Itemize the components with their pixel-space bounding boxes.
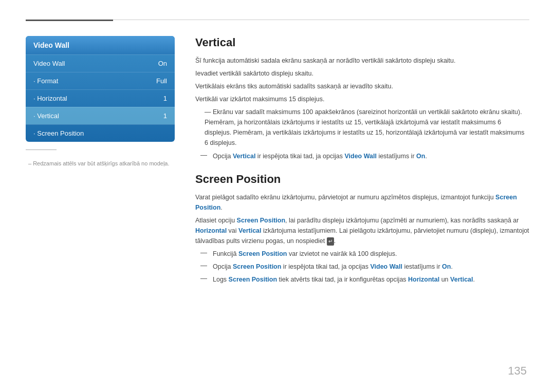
sidebar-item-format-label: · Format: [33, 77, 58, 85]
sidebar-note: – Redzamais attēls var būt atšķirīgs atk…: [26, 160, 175, 166]
sidebar-item-vertical-label: · Vertical: [33, 112, 59, 120]
vertical-note-text: Opcija Vertical ir iespējota tikai tad, …: [210, 151, 427, 161]
note3-dash: —: [200, 274, 207, 282]
sidebar-item-vertical[interactable]: · Vertical 1: [26, 107, 175, 124]
sidebar-item-videowall-value: On: [158, 60, 167, 67]
sidebar-item-horizontal[interactable]: · Horizontal 1: [26, 89, 175, 107]
sidebar-item-videowall-label: Video Wall: [33, 60, 65, 67]
page-container: Video Wall Video Wall On · Format Full ·…: [0, 0, 555, 392]
screenposition-intro: Varat pielāgot sadalīto ekrānu izkārtoju…: [195, 192, 529, 213]
vertical-note-dash: —: [200, 151, 207, 159]
sidebar-panel: Video Wall Video Wall On · Format Full ·…: [26, 36, 175, 142]
vertical-title: Vertical: [195, 36, 529, 49]
note1-text: Funkcijā Screen Position var izvietot ne…: [210, 249, 397, 259]
sidebar-item-horizontal-label: · Horizontal: [33, 95, 67, 102]
sidebar-item-format[interactable]: · Format Full: [26, 72, 175, 89]
content-area: Video Wall Video Wall On · Format Full ·…: [26, 36, 529, 287]
vertical-indented: — Ekrānu var sadalīt maksimums 100 apakš…: [195, 107, 529, 148]
sidebar-title: Video Wall: [26, 36, 175, 54]
note2-dash: —: [200, 262, 207, 269]
note1-dash: —: [200, 249, 207, 256]
vertical-indented-dash: —: [205, 108, 213, 116]
sidebar-item-screenposition-label: · Screen Position: [33, 129, 84, 137]
sidebar-divider: [26, 150, 57, 150]
page-number: 135: [508, 364, 527, 378]
vertical-note: — Opcija Vertical ir iespējota tikai tad…: [195, 151, 529, 161]
screenposition-note3: — Logs Screen Position tiek atvērts tika…: [195, 274, 529, 285]
vertical-section: Vertical Šī funkcija automātiski sadala …: [195, 36, 529, 161]
sidebar-item-format-value: Full: [156, 77, 167, 85]
screenposition-section: Screen Position Varat pielāgot sadalīto …: [195, 173, 529, 285]
note2-text: Opcija Screen Position ir iespējota tika…: [210, 262, 453, 272]
main-content: Vertical Šī funkcija automātiski sadala …: [195, 36, 529, 287]
sidebar-item-videowall[interactable]: Video Wall On: [26, 54, 175, 72]
vertical-line3: Vertikālais ekrāns tiks automātiski sada…: [195, 81, 529, 91]
sidebar-item-screenposition[interactable]: · Screen Position: [26, 124, 175, 142]
vertical-line2: Ievadiet vertikāli sakārtoto displeju sk…: [195, 68, 529, 79]
sidebar-item-vertical-value: 1: [163, 112, 167, 120]
screenposition-line2: Atlasiet opciju Screen Position, lai par…: [195, 215, 529, 246]
screenposition-title: Screen Position: [195, 173, 529, 186]
vertical-line1: Šī funkcija automātiski sadala ekrānu sa…: [195, 55, 529, 66]
note3-text: Logs Screen Position tiek atvērts tikai …: [210, 274, 475, 285]
sidebar: Video Wall Video Wall On · Format Full ·…: [26, 36, 175, 287]
vertical-line4: Vertikāli var izkārtot maksimums 15 disp…: [195, 94, 529, 104]
screenposition-note1: — Funkcijā Screen Position var izvietot …: [195, 249, 529, 259]
screenposition-note2: — Opcija Screen Position ir iespējota ti…: [195, 262, 529, 272]
sidebar-item-horizontal-value: 1: [163, 95, 167, 102]
top-border-accent: [26, 20, 113, 21]
